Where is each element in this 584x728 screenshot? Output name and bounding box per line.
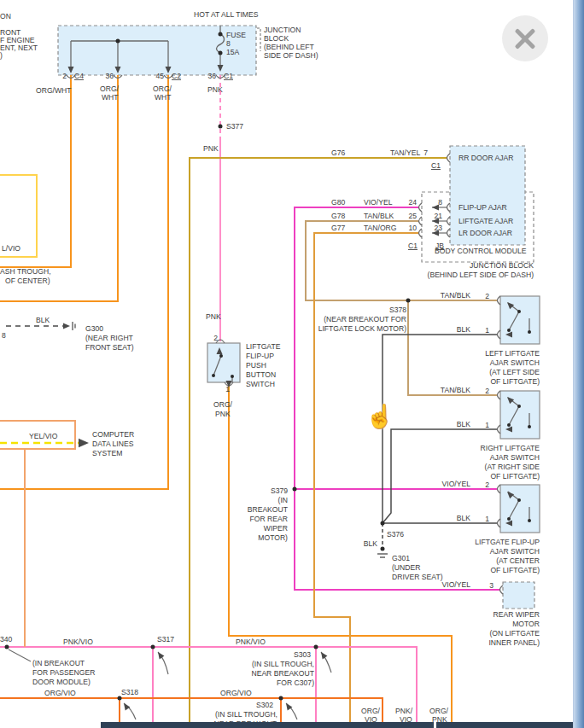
wiring-diagram: ONRONTF ENGINEENT, NEXT)HOT AT ALL TIMES…	[0, 0, 584, 728]
label: ON	[0, 12, 11, 20]
vertical-scrollbar[interactable]	[573, 0, 584, 728]
label: PNK	[203, 144, 219, 153]
label: SIDE OF DASH)	[264, 51, 318, 60]
label: 1	[485, 421, 489, 429]
junction-dot	[219, 125, 223, 129]
label: SWITCH	[246, 380, 275, 388]
label: TAN/BLK	[441, 386, 470, 394]
label: 24	[408, 198, 417, 207]
left-liftgate-ajar-switch-box	[500, 296, 540, 344]
label: FUSE	[226, 31, 246, 39]
label: COMPUTER	[92, 430, 134, 439]
junction-dot	[212, 374, 215, 377]
bottom-edge-bar	[101, 722, 573, 728]
label: G80	[331, 198, 345, 207]
junction-dot	[219, 32, 223, 37]
junction-dot	[517, 310, 521, 313]
label: PNK/	[395, 707, 413, 715]
label: MOTOR	[512, 620, 540, 628]
label: BLK	[364, 539, 378, 548]
label: PNK/VIO	[63, 638, 93, 646]
label: 23	[434, 224, 442, 232]
label: BODY CONTROL MODULE	[435, 247, 527, 255]
label: 8	[2, 331, 6, 340]
wire-org-vio	[0, 698, 383, 723]
label: 1	[225, 385, 230, 393]
label: 21	[434, 212, 442, 220]
label: FOR PASSENGER	[32, 668, 95, 677]
label: OF LIFTGATE)	[490, 566, 540, 574]
label: C1	[431, 161, 441, 170]
label: S317	[157, 635, 174, 644]
label: ORG/WHT	[36, 86, 72, 95]
label: WHT	[102, 93, 119, 102]
label: (AT LEFT SIDE	[489, 368, 540, 376]
label: L/VIO	[2, 244, 20, 253]
label: PNK	[215, 410, 231, 418]
label: WHT	[155, 93, 172, 102]
label: ENT, NEXT	[0, 44, 38, 52]
label: SYSTEM	[92, 449, 122, 457]
label: BLK	[457, 420, 471, 428]
label: OF LIFTGATE)	[490, 377, 540, 386]
label: G78	[331, 212, 345, 220]
label: JUNCTION	[264, 26, 301, 34]
label: ORG/	[213, 400, 233, 409]
arrowhead	[79, 439, 89, 448]
label: BLK	[36, 316, 50, 324]
label: G77	[331, 224, 345, 232]
s340-leader	[9, 649, 31, 661]
liftgate-flipup-ajar-switch-box	[500, 485, 540, 533]
label: ORG/	[100, 84, 120, 93]
label: ORG/VIO	[44, 689, 76, 697]
wire-org-wht-1	[0, 75, 71, 267]
label: (IN SILL TROUGH,	[215, 710, 277, 719]
junction-dot	[528, 330, 531, 334]
label: LIFTGATE LOCK MOTOR)	[318, 324, 406, 333]
label: G300	[85, 324, 103, 333]
arrowhead	[155, 650, 164, 660]
label: BLK	[457, 514, 471, 522]
label: 1	[485, 515, 489, 523]
label: FRONT SEAT)	[85, 343, 134, 352]
label: PUSH	[246, 361, 266, 370]
label: FOR REAR	[250, 515, 288, 523]
arrowhead	[63, 323, 70, 329]
label: OF LIFTGATE)	[490, 472, 540, 480]
junction-dot	[517, 405, 521, 408]
label: MOTOR)	[258, 533, 288, 542]
label: (NEAR BREAKOUT FOR	[324, 315, 406, 323]
junction-dot	[507, 517, 511, 521]
label: YEL/VIO	[29, 432, 58, 440]
wire-tan-blk-branch	[408, 300, 497, 395]
label: PNK	[206, 312, 221, 321]
label: INNER PANEL)	[488, 638, 540, 647]
label: (ON LIFTGATE	[489, 629, 540, 638]
label: HOT AT ALL TIMES	[194, 10, 259, 19]
label: AJAR SWITCH	[490, 358, 540, 367]
junction-dot	[528, 519, 531, 522]
junction-dot	[118, 696, 122, 701]
label: LIFTGATE AJAR	[458, 217, 513, 225]
jb-label-bracket	[257, 28, 260, 51]
label: 2	[485, 292, 489, 300]
label: 36	[105, 72, 114, 80]
junction-dot	[116, 39, 120, 44]
label: FOR C307)	[277, 678, 314, 687]
label: )	[0, 51, 3, 60]
label: (NEAR RIGHT	[85, 334, 134, 342]
label: TAN/BLK	[364, 212, 394, 220]
close-button[interactable]	[502, 15, 548, 61]
label: LR DOOR AJAR	[458, 229, 512, 237]
label: BLK	[457, 325, 471, 334]
arrowhead	[283, 702, 292, 711]
label: 8	[438, 198, 442, 207]
label: (AT CENTER	[496, 556, 540, 565]
right-liftgate-ajar-switch-box	[500, 391, 540, 439]
label: DRIVER SEAT)	[392, 573, 443, 581]
junction-dot	[507, 329, 511, 332]
junction-dot	[314, 645, 318, 649]
label: DATA LINES	[92, 440, 134, 448]
label: TAN/YEL	[390, 149, 420, 157]
junction-dot	[279, 696, 283, 701]
